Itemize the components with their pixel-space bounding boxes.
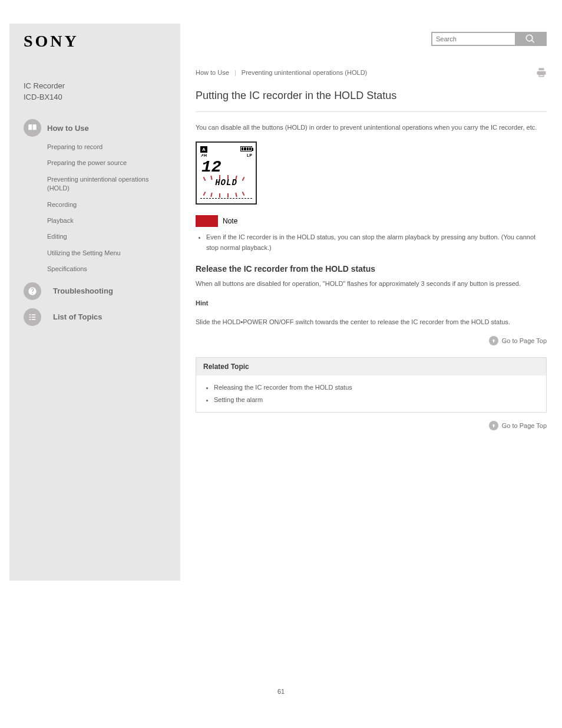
sidebar-troubleshooting-label: Troubleshooting	[53, 286, 113, 295]
related-heading: Related Topic	[196, 358, 546, 375]
release-heading: Release the IC recorder from the HOLD st…	[196, 264, 547, 274]
sidebar: SONY IC Recorder ICD-BX140 How to Use Pr…	[9, 24, 180, 581]
brand-logo: SONY	[24, 32, 170, 51]
sidebar-link-setting-menu[interactable]: Utilizing the Setting Menu	[47, 249, 170, 258]
lcd-mic-indicator: ↗H	[200, 153, 207, 158]
battery-icon	[240, 146, 252, 151]
print-button[interactable]	[536, 67, 547, 78]
related-link-release-hold[interactable]: Releasing the IC recorder from the HOLD …	[214, 381, 539, 394]
related-link-setting-alarm[interactable]: Setting the alarm	[214, 394, 539, 406]
lcd-track-number: 12	[201, 159, 252, 176]
sidebar-list-topics[interactable]: List of Topics	[24, 308, 170, 326]
product-title: IC Recorder	[24, 81, 170, 90]
breadcrumb-current[interactable]: Preventing unintentional operations (HOL…	[242, 69, 367, 76]
goto-top-label: Go to Page Top	[502, 422, 547, 429]
page-title: Putting the IC recorder in the HOLD Stat…	[196, 90, 547, 102]
arrow-up-icon	[489, 336, 498, 345]
release-text-1: When all buttons are disabled for operat…	[196, 278, 547, 289]
print-icon	[536, 67, 547, 78]
sidebar-link-recording[interactable]: Recording	[47, 200, 170, 209]
breadcrumb: How to Use | Preventing unintentional op…	[196, 69, 367, 76]
note-icon	[196, 215, 218, 227]
sidebar-link-specifications[interactable]: Specifications	[47, 265, 170, 274]
sidebar-link-preparing-record[interactable]: Preparing to record	[47, 143, 170, 151]
lcd-lp-indicator: LP	[247, 153, 252, 158]
search-icon	[525, 34, 535, 44]
intro-text: You can disable all the buttons (HOLD) i…	[196, 123, 547, 133]
sidebar-link-editing[interactable]: Editing	[47, 232, 170, 241]
title-rule	[196, 111, 547, 112]
note-label: Note	[223, 217, 237, 225]
lcd-hold-text: HOLD	[215, 178, 237, 187]
arrow-up-icon	[489, 421, 498, 430]
goto-top-link-1[interactable]: Go to Page Top	[196, 336, 547, 345]
sidebar-list-topics-label: List of Topics	[53, 312, 103, 321]
page-number: 61	[0, 688, 562, 695]
book-icon	[24, 119, 41, 137]
sidebar-link-playback[interactable]: Playback	[47, 216, 170, 225]
list-icon	[24, 308, 41, 326]
note-list: Even if the IC recorder is in the HOLD s…	[196, 232, 547, 253]
search-box	[431, 32, 547, 46]
goto-top-label: Go to Page Top	[502, 337, 547, 344]
release-text-2: Slide the HOLD•POWER ON/OFF switch towar…	[196, 317, 547, 328]
lcd-icon-a: A	[200, 146, 207, 153]
breadcrumb-howto[interactable]: How to Use	[196, 69, 229, 76]
sidebar-link-preventing-hold[interactable]: Preventing unintentional operations (HOL…	[47, 175, 170, 193]
sidebar-howto-heading[interactable]: How to Use	[24, 119, 170, 137]
related-topic-box: Related Topic Releasing the IC recorder …	[196, 357, 547, 413]
breadcrumb-divider: |	[234, 69, 236, 76]
search-button[interactable]	[515, 33, 546, 45]
search-input[interactable]	[432, 33, 515, 45]
goto-top-link-2[interactable]: Go to Page Top	[196, 421, 547, 430]
question-icon	[24, 282, 41, 300]
sidebar-troubleshooting[interactable]: Troubleshooting	[24, 282, 170, 300]
product-model: ICD-BX140	[24, 93, 170, 101]
hint-label: Hint	[196, 299, 208, 307]
sidebar-link-preparing-power[interactable]: Preparing the power source	[47, 159, 170, 167]
note-item: Even if the IC recorder is in the HOLD s…	[206, 232, 547, 253]
device-lcd-figure: A ↗HLP 12	[196, 141, 257, 205]
sidebar-howto-label: How to Use	[47, 124, 89, 133]
main-content: How to Use | Preventing unintentional op…	[180, 24, 562, 581]
